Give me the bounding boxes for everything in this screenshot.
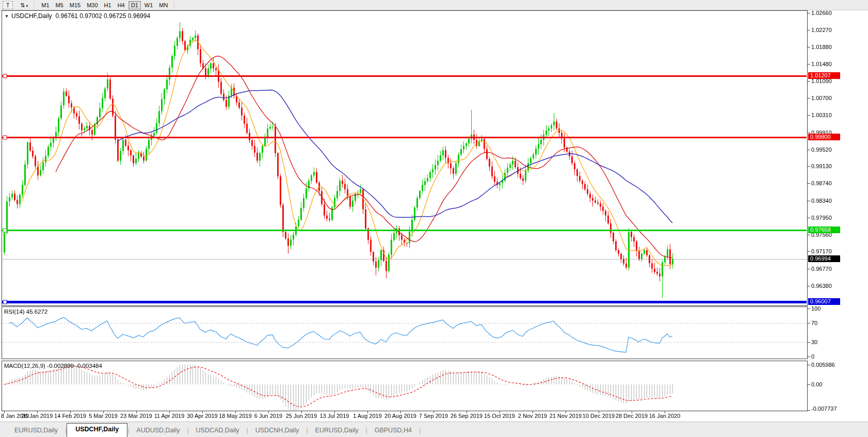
- price-tick-label: 0.96770: [811, 266, 832, 272]
- date-tick-label: 26 Sep 2019: [451, 413, 483, 419]
- sort-order-button[interactable]: ⇅▾: [18, 1, 30, 9]
- date-tick-label: 25 Jun 2019: [286, 413, 317, 419]
- rsi-label: RSI(14) 45.6272: [4, 309, 47, 315]
- current-price-badge: 0.96994: [808, 255, 840, 262]
- tab-separator: |: [419, 427, 421, 437]
- timeframe-button-w1[interactable]: W1: [142, 1, 156, 9]
- chart-title: ▼USDCHF,Daily0.96761 0.97002 0.96725 0.9…: [5, 12, 150, 20]
- chart-tab-5[interactable]: EURUSD,Daily: [308, 425, 366, 437]
- toolbar-separator: [174, 2, 175, 9]
- chart-tabs: EURUSD,Daily|USDCHF,Daily|AUDUSD,Daily|U…: [7, 423, 421, 437]
- date-tick-label: 13 Jul 2019: [320, 413, 349, 419]
- date-tick-label: 5 Mar 2019: [89, 413, 118, 419]
- timeframe-button-m5[interactable]: M5: [53, 1, 66, 9]
- rsi-tick-label: 30: [811, 339, 817, 345]
- date-tick-label: 26 Jan 2019: [22, 413, 53, 419]
- chart-tab-0[interactable]: EURUSD,Daily: [7, 425, 65, 437]
- toolbar: T ⇅▾ M1M5M15M30H1H4D1W1MN: [0, 0, 868, 10]
- price-tick-label: 1.00310: [811, 112, 832, 118]
- chart-tab-3[interactable]: USDCAD,Daily: [189, 425, 247, 437]
- price-tick-label: 0.97170: [811, 248, 832, 254]
- price-level-badge: 0.97658: [808, 226, 840, 233]
- date-tick-label: 11 Apr 2019: [154, 413, 185, 419]
- date-tick-label: 10 Dec 2019: [583, 413, 615, 419]
- price-tick-label: 1.02270: [811, 27, 832, 33]
- price-tick-label: 0.99130: [811, 163, 832, 169]
- date-tick-label: 16 Jan 2020: [649, 413, 681, 419]
- chart-tab-bar: EURUSD,Daily|USDCHF,Daily|AUDUSD,Daily|U…: [0, 422, 868, 437]
- chart-tab-4[interactable]: USDCNH,Daily: [248, 425, 307, 437]
- date-tick-label: 30 Apr 2019: [187, 413, 217, 419]
- date-tick-label: 18 May 2019: [219, 413, 252, 419]
- terminal-window: T ⇅▾ M1M5M15M30H1H4D1W1MN ▼USDCHF,Daily0…: [0, 0, 868, 437]
- price-tick-label: 1.01880: [811, 44, 832, 50]
- dropdown-caret-icon: ▾: [26, 4, 28, 8]
- timeframe-button-m30[interactable]: M30: [84, 1, 100, 9]
- date-tick-label: 2 Nov 2019: [518, 413, 547, 419]
- macd-tick-label: 0.00: [811, 381, 822, 387]
- date-tick-label: 6 Jun 2019: [254, 413, 282, 419]
- rsi-tick-label: 70: [811, 320, 817, 326]
- price-tick-label: 0.99520: [811, 147, 832, 153]
- date-tick-label: 1 Aug 2019: [353, 413, 382, 419]
- price-tick-label: 1.02660: [811, 10, 832, 16]
- chart-tab-2[interactable]: AUDUSD,Daily: [129, 425, 187, 437]
- price-tick-label: 0.96380: [811, 283, 832, 289]
- price-tick-label: 0.97950: [811, 215, 832, 221]
- date-tick-label: 7 Sep 2019: [419, 413, 448, 419]
- timeframe-button-mn[interactable]: MN: [156, 1, 170, 9]
- chart-tab-6[interactable]: GBPUSD,H4: [367, 425, 419, 437]
- chart-canvas[interactable]: [0, 0, 868, 437]
- price-tick-label: 1.00700: [811, 95, 832, 101]
- price-tick-label: 0.98740: [811, 180, 832, 186]
- price-level-badge: 0.99800: [808, 134, 840, 140]
- date-tick-label: 14 Feb 2019: [54, 413, 86, 419]
- chart-symbol-period: USDCHF,Daily: [11, 12, 52, 20]
- macd-tick-label: -0.007737: [811, 406, 837, 412]
- timeframe-button-d1[interactable]: D1: [128, 1, 141, 9]
- date-tick-label: 21 Nov 2019: [550, 413, 582, 419]
- updown-arrows-icon: ⇅: [20, 2, 25, 8]
- timeframe-button-h4[interactable]: H4: [115, 1, 127, 9]
- date-tick-label: 28 Dec 2019: [616, 413, 648, 419]
- price-tick-label: 0.98340: [811, 198, 832, 204]
- timeframe-button-m1[interactable]: M1: [39, 1, 52, 9]
- date-tick-label: 15 Oct 2019: [484, 413, 515, 419]
- timeframe-button-h1[interactable]: H1: [102, 1, 114, 9]
- price-tick-label: 1.01480: [811, 61, 832, 67]
- price-level-badge: 1.01207: [808, 72, 840, 79]
- date-tick-label: 20 Aug 2019: [384, 413, 416, 419]
- price-level-badge: 0.96007: [808, 298, 840, 305]
- rsi-tick-label: 0: [811, 353, 814, 360]
- chart-ohlc-values: 0.96761 0.97002 0.96725 0.96994: [56, 12, 151, 20]
- macd-tick-label: 0.005986: [811, 362, 835, 368]
- date-tick-label: 23 Mar 2019: [120, 413, 152, 419]
- rsi-tick-label: 100: [811, 305, 821, 312]
- macd-label: MACD(12,26,9) -0.002899 -0.003484: [4, 363, 102, 369]
- timeframe-button-m15[interactable]: M15: [67, 1, 83, 9]
- chart-tab-1[interactable]: USDCHF,Daily: [67, 423, 127, 437]
- text-tool-button[interactable]: T: [3, 1, 13, 9]
- chart-menu-icon[interactable]: ▼: [5, 14, 9, 19]
- toolbar-separator: [34, 2, 35, 9]
- timeframe-group: M1M5M15M30H1H4D1W1MN: [38, 1, 171, 9]
